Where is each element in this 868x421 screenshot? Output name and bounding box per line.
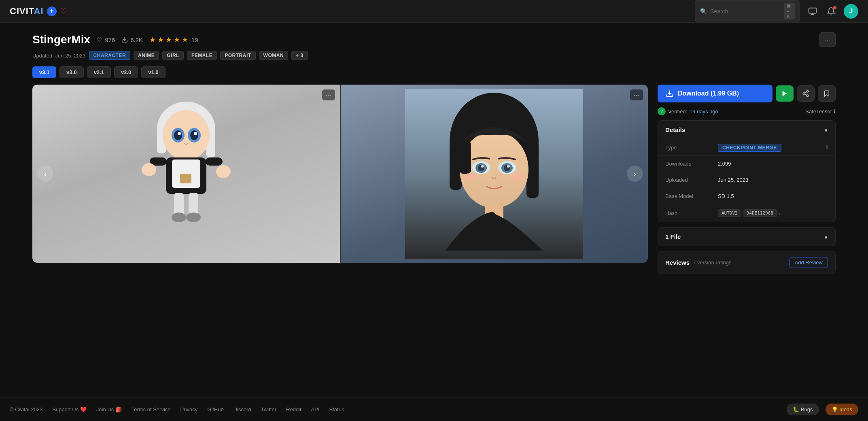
version-tab-v31[interactable]: v3.1 bbox=[32, 66, 56, 78]
verified-text: Verified: bbox=[668, 108, 687, 115]
search-input[interactable] bbox=[710, 8, 781, 15]
footer-right: 🐛 Bugs 💡 Ideas bbox=[787, 404, 858, 415]
svg-rect-0 bbox=[809, 8, 816, 13]
tag-female[interactable]: FEMALE bbox=[187, 51, 217, 60]
version-tab-v10[interactable]: v1.0 bbox=[141, 66, 165, 78]
info-icon: ℹ bbox=[834, 108, 836, 115]
svg-point-24 bbox=[186, 213, 201, 222]
verified-left: ✓ Verified: 19 days ago bbox=[658, 107, 718, 115]
more-options-button[interactable]: ⋯ bbox=[819, 32, 836, 47]
add-content-button[interactable]: + bbox=[47, 6, 57, 16]
verified-row: ✓ Verified: 19 days ago SafeTensor ℹ bbox=[658, 107, 836, 115]
svg-point-40 bbox=[510, 173, 525, 181]
tag-more[interactable]: + 3 bbox=[291, 51, 308, 60]
notifications-button[interactable] bbox=[825, 5, 837, 17]
share-button[interactable] bbox=[797, 85, 815, 102]
footer-link-api[interactable]: API bbox=[311, 406, 320, 412]
display-mode-button[interactable] bbox=[806, 5, 819, 17]
footer-link-join[interactable]: Join Us 🎒 bbox=[96, 406, 122, 412]
tag-portrait[interactable]: PORTRAIT bbox=[220, 51, 255, 60]
files-title: 1 File bbox=[665, 233, 681, 240]
heart-icon: ♡ bbox=[60, 6, 67, 16]
reviews-panel: Reviews 7 version ratings Add Review bbox=[658, 251, 836, 274]
like-count: ♡ 976 bbox=[97, 36, 115, 44]
version-tab-v20[interactable]: v2.0 bbox=[114, 66, 138, 78]
detail-row-type: Type CHECKPOINT MERGE ℹ bbox=[658, 139, 835, 156]
star-3: ★ bbox=[166, 35, 172, 44]
model-title: StingerMix bbox=[32, 33, 90, 46]
run-button[interactable] bbox=[776, 85, 794, 102]
footer-link-twitter[interactable]: Twitter bbox=[261, 406, 276, 412]
chevron-down-icon: ∨ bbox=[824, 234, 828, 240]
like-number: 976 bbox=[105, 36, 115, 43]
tag-character[interactable]: CHARACTER bbox=[89, 51, 131, 60]
svg-point-46 bbox=[806, 95, 809, 97]
tag-anime[interactable]: ANIME bbox=[134, 51, 159, 60]
footer-link-reddit[interactable]: Reddit bbox=[286, 406, 301, 412]
svg-point-13 bbox=[194, 132, 197, 135]
footer-link-discord[interactable]: Discord bbox=[233, 406, 251, 412]
svg-point-37 bbox=[481, 165, 484, 168]
ideas-button[interactable]: 💡 Ideas bbox=[826, 404, 858, 415]
download-icon bbox=[666, 89, 674, 98]
header-left: CIVITAI + ♡ bbox=[10, 6, 67, 17]
type-value: CHECKPOINT MERGE bbox=[718, 145, 826, 151]
footer-link-support[interactable]: Support Us ❤️ bbox=[52, 406, 87, 412]
detail-row-uploaded: Uploaded Jun 25, 2023 bbox=[658, 172, 835, 188]
tag-woman[interactable]: WOMAN bbox=[259, 51, 289, 60]
tag-girl[interactable]: GIRL bbox=[162, 51, 184, 60]
image-options-button-left[interactable]: ⋯ bbox=[322, 89, 335, 100]
anime-portrait-svg bbox=[405, 89, 583, 259]
checkpoint-merge-badge: CHECKPOINT MERGE bbox=[718, 144, 781, 152]
download-button[interactable]: Download (1.99 GB) bbox=[658, 85, 772, 102]
svg-marker-43 bbox=[783, 91, 787, 96]
footer-link-github[interactable]: GitHub bbox=[207, 406, 223, 412]
type-info-icon[interactable]: ℹ bbox=[826, 144, 828, 151]
logo[interactable]: CIVITAI + ♡ bbox=[10, 6, 67, 17]
download-number: 6.2K bbox=[130, 36, 143, 43]
details-title: Details bbox=[665, 126, 685, 133]
chevron-up-icon: ∧ bbox=[824, 127, 828, 133]
footer-link-status[interactable]: Status bbox=[329, 406, 344, 412]
footer-link-privacy[interactable]: Privacy bbox=[180, 406, 198, 412]
header-right: 🔍 ⌘ + K J bbox=[695, 0, 858, 22]
star-1: ★ bbox=[149, 35, 156, 44]
star-5: ★ bbox=[182, 35, 188, 44]
type-label: Type bbox=[665, 145, 718, 151]
version-tab-v21[interactable]: v2.1 bbox=[87, 66, 111, 78]
svg-line-48 bbox=[804, 92, 806, 93]
base-model-label: Base Model bbox=[665, 193, 718, 199]
hash-expand-icon[interactable]: › bbox=[779, 210, 781, 217]
details-header[interactable]: Details ∧ bbox=[658, 121, 835, 139]
notification-dot bbox=[833, 6, 836, 9]
play-icon bbox=[781, 90, 788, 97]
safetensor-row: SafeTensor ℹ bbox=[805, 108, 836, 115]
save-button[interactable] bbox=[818, 85, 836, 102]
image-options-button-right[interactable]: ⋯ bbox=[630, 89, 643, 100]
meta-row: Updated: Jun 25, 2023 CHARACTER ANIME GI… bbox=[32, 51, 836, 60]
hash-label: Hash bbox=[665, 210, 718, 216]
logo-text: CIVITAI bbox=[10, 6, 44, 17]
bookmark-icon bbox=[823, 90, 830, 97]
downloads-label: Downloads bbox=[665, 161, 718, 167]
version-tab-v30[interactable]: v3.0 bbox=[59, 66, 83, 78]
search-bar[interactable]: 🔍 ⌘ + K bbox=[695, 0, 800, 22]
svg-point-44 bbox=[806, 91, 809, 93]
user-avatar[interactable]: J bbox=[844, 4, 858, 19]
gallery-next-button[interactable]: › bbox=[627, 166, 643, 182]
files-header[interactable]: 1 File ∨ bbox=[658, 228, 835, 246]
verified-time-link[interactable]: 19 days ago bbox=[690, 108, 718, 115]
uploaded-value: Jun 25, 2023 bbox=[718, 177, 828, 183]
svg-point-7 bbox=[163, 110, 210, 160]
header: CIVITAI + ♡ 🔍 ⌘ + K J bbox=[0, 0, 868, 23]
download-count: 6.2K bbox=[121, 36, 143, 43]
gallery-prev-button[interactable]: ‹ bbox=[37, 166, 53, 182]
heart-icon: ♡ bbox=[97, 36, 102, 44]
gallery-images: ⋯ bbox=[32, 85, 648, 263]
bugs-button[interactable]: 🐛 Bugs bbox=[787, 404, 819, 415]
add-review-button[interactable]: Add Review bbox=[789, 257, 828, 268]
gallery-image-right: ⋯ bbox=[341, 85, 648, 263]
svg-rect-18 bbox=[206, 157, 223, 166]
footer-link-terms[interactable]: Terms of Service bbox=[132, 406, 171, 412]
version-tabs: v3.1 v3.0 v2.1 v2.0 v1.0 bbox=[32, 66, 836, 78]
